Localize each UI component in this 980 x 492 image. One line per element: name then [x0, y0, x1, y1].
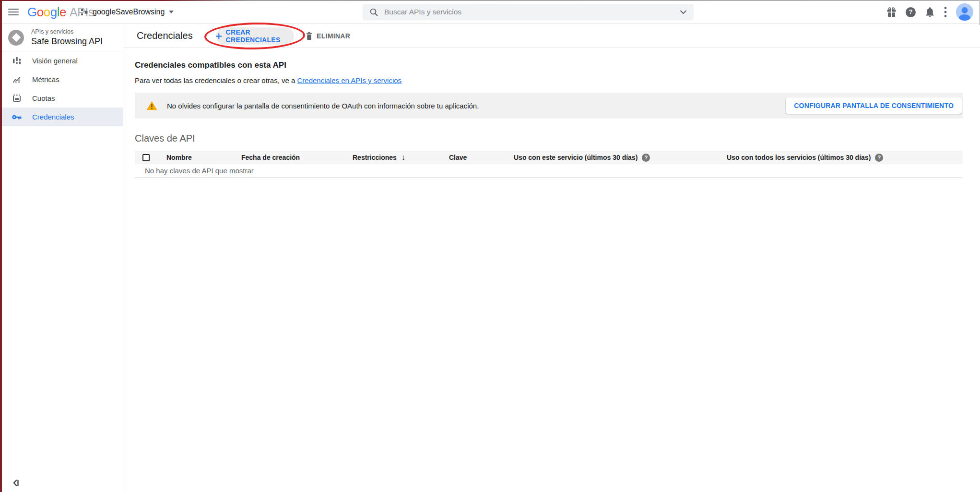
- project-switcher[interactable]: googleSaveBrowsing: [80, 0, 174, 24]
- search-expand-chevron-icon[interactable]: [680, 10, 687, 14]
- column-header-usage-all[interactable]: Uso con todos los servicios (últimos 30 …: [727, 154, 963, 162]
- overview-icon: [12, 57, 22, 65]
- key-icon: [12, 114, 22, 120]
- sidebar-item-credenciales[interactable]: Credenciales: [0, 108, 123, 126]
- search-bar[interactable]: [363, 4, 694, 20]
- subtext-prefix: Para ver todas las credenciales o crear …: [135, 76, 297, 84]
- api-service-icon: [8, 30, 24, 46]
- more-kebab-icon[interactable]: [944, 6, 947, 18]
- menu-icon[interactable]: [8, 9, 19, 15]
- column-header-usage-service[interactable]: Uso con este servicio (últimos 30 días): [514, 154, 727, 162]
- column-help-icon[interactable]: [642, 154, 650, 162]
- column-header-key[interactable]: Clave: [449, 154, 514, 161]
- quotas-icon: [12, 94, 22, 102]
- topbar-actions: [886, 0, 973, 24]
- sidebar-item-label: Visión general: [32, 57, 78, 65]
- credentials-subtext: Para ver todas las credenciales o crear …: [135, 76, 963, 84]
- google-logo-text: Google: [27, 5, 66, 20]
- sidebar-item-label: Métricas: [32, 75, 59, 84]
- chevron-down-icon: [169, 11, 174, 13]
- restrictions-label: Restricciones: [353, 154, 397, 161]
- avatar-body: [959, 14, 970, 21]
- screenshot-left-edge: [0, 0, 2, 492]
- trash-icon: [306, 32, 313, 40]
- notifications-bell-icon[interactable]: [925, 7, 935, 17]
- select-all-checkbox[interactable]: [142, 154, 150, 161]
- sidebar-item-cuotas[interactable]: Cuotas: [0, 89, 123, 108]
- create-credentials-button[interactable]: CREAR CREDENCIALES: [216, 27, 294, 45]
- table-header-row: Nombre Fecha de creación Restricciones ↓…: [135, 151, 963, 164]
- sidebar-api-title: Safe Browsing API: [31, 36, 103, 47]
- delete-button-label: ELIMINAR: [317, 32, 350, 40]
- sidebar-item-metricas[interactable]: Métricas: [0, 70, 123, 89]
- top-app-bar: Google APIs googleSaveBrowsing: [0, 0, 980, 24]
- page-header: Credenciales CREAR CREDENCIALES ELIMINAR: [124, 24, 980, 48]
- sidebar-item-label: Cuotas: [32, 94, 55, 102]
- column-header-creation-date[interactable]: Fecha de creación: [241, 154, 353, 161]
- help-icon[interactable]: [906, 7, 916, 17]
- screenshot-top-edge: [0, 0, 980, 1]
- main-area: Credenciales CREAR CREDENCIALES ELIMINAR…: [124, 24, 980, 492]
- project-switcher-icon: [80, 8, 88, 16]
- sidebar: APIs y servicios Safe Browsing API Visió…: [0, 24, 123, 492]
- delete-button[interactable]: ELIMINAR: [306, 24, 350, 48]
- avatar[interactable]: [956, 3, 973, 21]
- empty-table-message: No hay claves de API que mostrar: [135, 164, 963, 178]
- sidebar-item-vision-general[interactable]: Visión general: [0, 51, 123, 70]
- section-heading: Credenciales compatibles con esta API: [135, 60, 963, 70]
- oauth-warning-banner: No olvides configurar la pantalla de con…: [135, 93, 963, 119]
- configure-consent-screen-button[interactable]: CONFIGURAR PANTALLA DE CONSENTIMIENTO: [786, 97, 962, 114]
- plus-icon: [216, 33, 222, 40]
- select-all-cell: [135, 154, 166, 161]
- warning-icon: [146, 101, 157, 110]
- search-icon: [369, 8, 378, 17]
- project-name: googleSaveBrowsing: [93, 8, 165, 16]
- search-input[interactable]: [384, 8, 680, 16]
- column-header-restrictions[interactable]: Restricciones ↓: [353, 153, 449, 162]
- collapse-sidebar-icon[interactable]: [12, 479, 20, 487]
- page-content: Credenciales compatibles con esta API Pa…: [124, 60, 980, 178]
- usage-service-label: Uso con este servicio (últimos 30 días): [514, 154, 638, 161]
- sidebar-header: APIs y servicios Safe Browsing API: [0, 24, 123, 51]
- metrics-icon: [12, 76, 22, 84]
- column-header-name[interactable]: Nombre: [166, 154, 241, 161]
- create-credentials-label: CREAR CREDENCIALES: [226, 28, 294, 44]
- sort-descending-icon[interactable]: ↓: [401, 153, 405, 162]
- avatar-head: [962, 7, 968, 13]
- api-keys-table: Nombre Fecha de creación Restricciones ↓…: [135, 151, 963, 178]
- warning-message: No olvides configurar la pantalla de con…: [167, 102, 479, 110]
- sidebar-item-label: Credenciales: [32, 113, 74, 121]
- usage-all-label: Uso con todos los servicios (últimos 30 …: [727, 154, 871, 161]
- gift-icon[interactable]: [886, 7, 897, 17]
- page-title: Credenciales: [137, 30, 193, 41]
- credentials-link[interactable]: Credenciales en APIs y servicios: [297, 76, 402, 84]
- sidebar-nav: Visión general Métricas: [0, 51, 123, 126]
- column-help-icon[interactable]: [875, 154, 883, 162]
- sidebar-section-label: APIs y servicios: [31, 28, 103, 35]
- api-keys-heading: Claves de API: [135, 133, 963, 144]
